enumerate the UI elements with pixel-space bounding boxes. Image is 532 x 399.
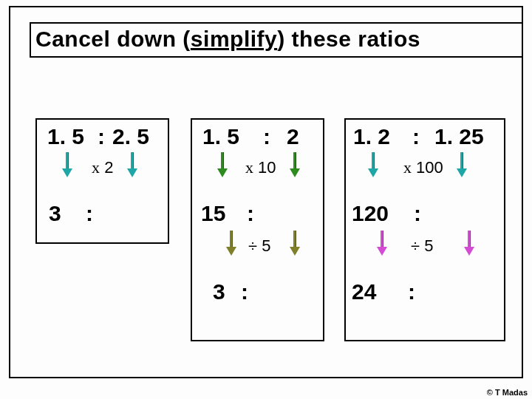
c-r2-colon: :: [414, 201, 421, 226]
a-r1-right: 2. 5: [112, 124, 149, 149]
c-op1: x 100: [403, 158, 443, 177]
a-op1: x x 22: [92, 158, 113, 177]
slide-title: Cancel down (simplify) these ratios: [30, 22, 523, 58]
a-r1-colon: :: [98, 124, 105, 149]
b-r3-colon: :: [241, 279, 248, 304]
example-card-b: 1. 5 : 2 x 10 15 : ÷ 5 3 :: [191, 118, 324, 341]
example-card-a: 1. 5 : 2. 5 x x 22 3 :: [35, 118, 169, 244]
b-r2-left: 15: [201, 201, 225, 226]
title-underline: simplify: [191, 27, 277, 51]
arrow-down-icon: [228, 231, 235, 256]
c-r3-left: 24: [352, 279, 376, 304]
arrow-down-icon: [291, 231, 299, 256]
title-post: ) these ratios: [277, 27, 420, 51]
arrow-down-icon: [64, 152, 71, 177]
c-r3-colon: :: [408, 279, 415, 304]
c-r1-right: 1. 25: [434, 124, 484, 149]
b-r1-right: 2: [287, 124, 299, 149]
title-pre: Cancel down (: [35, 27, 191, 51]
b-r2-colon: :: [247, 201, 254, 226]
b-r1-colon: :: [263, 124, 270, 149]
c-r1-colon: :: [412, 124, 420, 149]
arrow-down-icon: [291, 152, 299, 177]
example-card-c: 1. 2 : 1. 25 x 100 120 : ÷ 5 24 :: [344, 118, 505, 341]
arrow-down-icon: [369, 152, 377, 177]
credit-text: © T Madas: [487, 388, 528, 397]
slide-frame: Cancel down (simplify) these ratios 1. 5…: [9, 6, 523, 378]
b-r3-left: 3: [213, 279, 225, 304]
c-op2: ÷ 5: [411, 236, 433, 256]
b-r1-left: 1. 5: [202, 124, 239, 149]
b-op2: ÷ 5: [248, 236, 270, 256]
a-r2-colon: :: [86, 201, 93, 226]
b-op1: x 10: [245, 158, 276, 177]
arrow-down-icon: [129, 152, 136, 177]
arrow-down-icon: [378, 231, 386, 256]
a-r2-left: 3: [49, 201, 61, 226]
a-r1-left: 1. 5: [47, 124, 84, 149]
arrow-down-icon: [458, 152, 466, 177]
c-r1-left: 1. 2: [353, 124, 390, 149]
arrow-down-icon: [466, 231, 473, 256]
arrow-down-icon: [219, 152, 226, 177]
c-r2-left: 120: [352, 201, 389, 226]
